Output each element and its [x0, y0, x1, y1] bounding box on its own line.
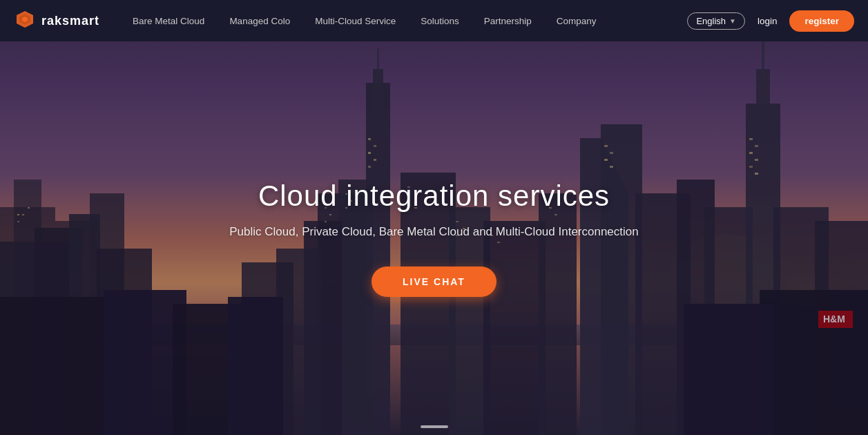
hero-section: H&M raksmart Bare Metal Cloud Managed Co… [0, 0, 868, 435]
navbar: raksmart Bare Metal Cloud Managed Colo M… [0, 0, 868, 41]
nav-item-company[interactable]: Company [544, 0, 609, 41]
hero-subtitle: Public Cloud, Private Cloud, Bare Metal … [229, 225, 638, 239]
register-button[interactable]: register [789, 10, 854, 32]
nav-item-partnership[interactable]: Partnership [472, 0, 544, 41]
nav-links: Bare Metal Cloud Managed Colo Multi-Clou… [120, 0, 687, 41]
live-chat-button[interactable]: LIVE CHAT [372, 267, 496, 297]
scroll-indicator [421, 425, 448, 428]
nav-right: English ▼ login register [687, 10, 854, 32]
language-label: English [696, 16, 726, 26]
login-button[interactable]: login [752, 16, 783, 26]
nav-item-managed-colo[interactable]: Managed Colo [217, 0, 302, 41]
hero-content: Cloud integration services Public Cloud,… [0, 0, 868, 435]
hero-title: Cloud integration services [258, 180, 610, 213]
nav-item-bare-metal-cloud[interactable]: Bare Metal Cloud [120, 0, 217, 41]
nav-item-solutions[interactable]: Solutions [408, 0, 472, 41]
logo-icon [14, 10, 36, 32]
nav-item-multi-cloud-service[interactable]: Multi-Cloud Service [302, 0, 408, 41]
logo-text: raksmart [41, 14, 99, 28]
chevron-down-icon: ▼ [729, 17, 736, 25]
logo[interactable]: raksmart [14, 10, 99, 32]
language-selector[interactable]: English ▼ [687, 12, 745, 30]
